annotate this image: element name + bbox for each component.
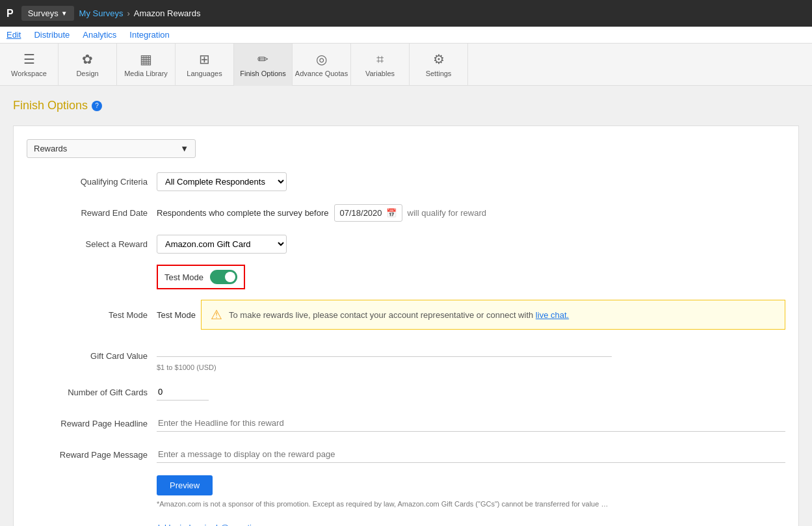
test-mode-warning-control: Test Mode ⚠ To make rewards live, please… — [157, 300, 785, 330]
test-mode-highlight: Test Mode — [157, 265, 245, 289]
surveys-caret-icon: ▼ — [61, 10, 68, 17]
public-contact-email-row: Public Contact Email This will be shown … — [27, 519, 785, 526]
reward-page-message-label: Reward Page Message — [27, 450, 157, 460]
select-reward-row: Select a Reward Amazon.com Gift Card — [27, 233, 785, 254]
test-mode-label-inline: Test Mode — [164, 272, 203, 282]
second-nav: Edit Distribute Analytics Integration — [0, 27, 812, 44]
toolbar-advance-quotas-label: Advance Quotas — [295, 70, 348, 77]
content-box: Rewards ▼ Qualifying Criteria All Comple… — [13, 125, 799, 526]
toolbar-workspace-label: Workspace — [11, 70, 47, 77]
warning-icon: ⚠ — [211, 307, 222, 322]
reward-page-headline-control — [157, 415, 785, 432]
settings-icon: ⚙ — [433, 51, 445, 67]
number-of-gift-cards-control — [157, 384, 785, 401]
legal-text: *Amazon.com is not a sponsor of this pro… — [157, 499, 612, 509]
toolbar-variables[interactable]: ⌗ Variables — [351, 44, 410, 86]
nav-edit[interactable]: Edit — [7, 30, 21, 40]
public-contact-email-input[interactable] — [157, 519, 352, 526]
reward-page-headline-row: Reward Page Headline — [27, 413, 785, 434]
breadcrumb-my-surveys[interactable]: My Surveys — [79, 8, 124, 18]
finish-options-icon: ✏ — [257, 51, 268, 67]
nav-analytics[interactable]: Analytics — [83, 30, 116, 40]
reward-end-date-suffix: will qualify for reward — [408, 208, 486, 218]
preview-control: Preview *Amazon.com is not a sponsor of … — [157, 475, 785, 509]
qualifying-criteria-select[interactable]: All Complete Respondents — [157, 172, 287, 191]
reward-page-headline-input[interactable] — [157, 415, 785, 432]
nav-integration[interactable]: Integration — [129, 30, 169, 40]
breadcrumb-arrow: › — [127, 8, 129, 18]
rewards-caret-icon: ▼ — [180, 144, 189, 153]
reward-page-message-control — [157, 446, 785, 463]
surveys-dropdown[interactable]: Surveys ▼ — [21, 6, 74, 21]
toolbar-settings-label: Settings — [426, 70, 452, 77]
gift-card-value-control: $1 to $1000 (USD) — [157, 340, 785, 371]
reward-end-date-text: Respondents who complete the survey befo… — [157, 208, 329, 218]
help-icon[interactable]: ? — [92, 101, 102, 111]
warning-box: ⚠ To make rewards live, please contact y… — [201, 300, 785, 330]
qualifying-criteria-row: Qualifying Criteria All Complete Respond… — [27, 171, 785, 192]
select-reward-select[interactable]: Amazon.com Gift Card — [157, 235, 287, 254]
test-mode-warning-row: Test Mode Test Mode ⚠ To make rewards li… — [27, 300, 785, 330]
test-mode-warning-label: Test Mode — [27, 310, 157, 320]
calendar-icon: 📅 — [386, 208, 397, 218]
public-contact-email-control: This will be shown to reward winners. ? — [157, 519, 785, 526]
test-mode-toggle[interactable] — [210, 270, 237, 284]
rewards-dropdown[interactable]: Rewards ▼ — [27, 139, 196, 158]
warning-text: To make rewards live, please contact you… — [229, 310, 569, 320]
qualifying-criteria-control: All Complete Respondents — [157, 172, 785, 191]
gift-card-range: $1 to $1000 (USD) — [157, 363, 216, 371]
media-library-icon: ▦ — [140, 51, 152, 67]
toolbar-languages-label: Languages — [187, 70, 222, 77]
select-reward-label: Select a Reward — [27, 239, 157, 249]
toolbar-design[interactable]: ✿ Design — [59, 44, 117, 86]
gift-card-value-label: Gift Card Value — [27, 351, 157, 361]
design-icon: ✿ — [82, 51, 93, 67]
top-bar: P Surveys ▼ My Surveys › Amazon Rewards — [0, 0, 812, 27]
select-reward-control: Amazon.com Gift Card — [157, 235, 785, 254]
page-title: Finish Options ? — [13, 99, 799, 112]
toggle-slider — [210, 270, 237, 284]
date-input[interactable]: 07/18/2020 📅 — [334, 204, 402, 222]
qualifying-criteria-label: Qualifying Criteria — [27, 177, 157, 187]
breadcrumb-current: Amazon Rewards — [134, 8, 201, 18]
toolbar: ☰ Workspace ✿ Design ▦ Media Library ⊞ L… — [0, 44, 812, 86]
preview-row: Preview *Amazon.com is not a sponsor of … — [27, 475, 785, 509]
reward-page-headline-label: Reward Page Headline — [27, 419, 157, 428]
toolbar-settings[interactable]: ⚙ Settings — [410, 44, 468, 86]
main-content: Finish Options ? Rewards ▼ Qualifying Cr… — [0, 86, 812, 526]
reward-page-message-row: Reward Page Message — [27, 444, 785, 465]
gift-card-value-row: Gift Card Value $1 to $1000 (USD) — [27, 340, 785, 371]
toolbar-media-library[interactable]: ▦ Media Library — [117, 44, 176, 86]
rewards-label: Rewards — [34, 144, 67, 153]
gift-card-value-input[interactable] — [157, 340, 612, 357]
toolbar-languages[interactable]: ⊞ Languages — [176, 44, 234, 86]
live-chat-link[interactable]: live chat. — [536, 310, 569, 320]
number-of-gift-cards-row: Number of Gift Cards — [27, 382, 785, 402]
nav-distribute[interactable]: Distribute — [34, 30, 70, 40]
toolbar-media-library-label: Media Library — [124, 70, 168, 77]
languages-icon: ⊞ — [199, 51, 210, 67]
toolbar-workspace[interactable]: ☰ Workspace — [0, 44, 59, 86]
reward-end-date-row: Reward End Date Respondents who complete… — [27, 202, 785, 223]
preview-button[interactable]: Preview — [157, 475, 213, 495]
reward-end-date-control: Respondents who complete the survey befo… — [157, 204, 785, 222]
toolbar-finish-options-label: Finish Options — [240, 70, 285, 77]
toolbar-variables-label: Variables — [365, 70, 395, 77]
advance-quotas-icon: ◎ — [316, 51, 327, 67]
number-of-gift-cards-input[interactable] — [157, 384, 209, 401]
reward-page-message-input[interactable] — [157, 446, 785, 463]
test-mode-status: Test Mode — [157, 310, 196, 320]
surveys-label: Surveys — [28, 8, 59, 18]
toolbar-finish-options[interactable]: ✏ Finish Options — [234, 44, 293, 86]
reward-end-date-label: Reward End Date — [27, 208, 157, 218]
toolbar-design-label: Design — [76, 70, 98, 77]
number-of-gift-cards-label: Number of Gift Cards — [27, 388, 157, 397]
date-value: 07/18/2020 — [340, 208, 382, 218]
logo: P — [7, 8, 14, 20]
breadcrumb: My Surveys › Amazon Rewards — [79, 8, 201, 18]
variables-icon: ⌗ — [376, 52, 384, 67]
toolbar-advance-quotas[interactable]: ◎ Advance Quotas — [293, 44, 351, 86]
workspace-icon: ☰ — [23, 51, 35, 67]
